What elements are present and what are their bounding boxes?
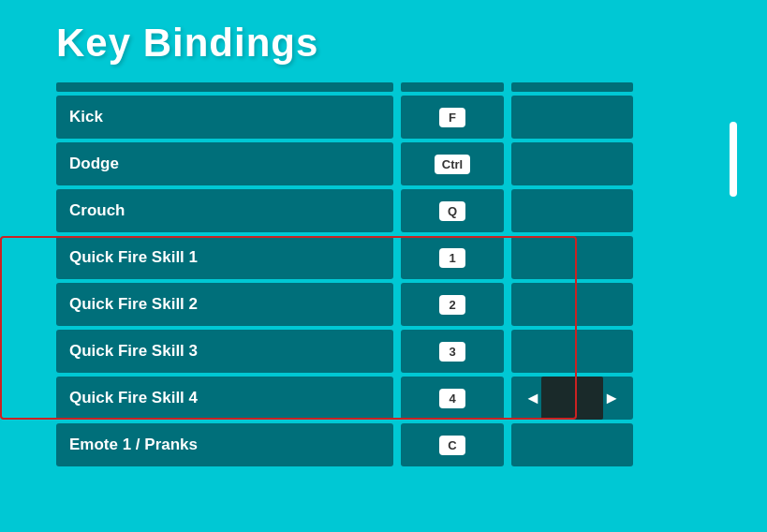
scrollbar-track[interactable]	[730, 103, 737, 403]
row-key-4[interactable]: 2	[401, 283, 504, 326]
row-label-5: Quick Fire Skill 3	[56, 330, 393, 373]
row-key-2[interactable]: Q	[401, 189, 504, 232]
key-badge-2: Q	[439, 201, 465, 221]
row-label-6: Quick Fire Skill 4	[56, 377, 393, 420]
key-badge-1: Ctrl	[435, 155, 470, 174]
row-alt-0	[511, 96, 633, 139]
table-rows: KickFDodgeCtrlCrouchQQuick Fire Skill 11…	[56, 96, 711, 470]
key-badge-6: 4	[439, 389, 465, 408]
row-label-7: Emote 1 / Pranks	[56, 423, 393, 466]
nav-right-arrow[interactable]: ►	[603, 377, 620, 420]
key-badge-7: C	[439, 436, 465, 455]
col-header-action	[56, 82, 393, 92]
col-header-key	[401, 82, 504, 92]
row-label-3: Quick Fire Skill 1	[56, 236, 393, 279]
row-key-1[interactable]: Ctrl	[401, 142, 504, 185]
row-key-5[interactable]: 3	[401, 330, 504, 373]
row-alt-3	[511, 236, 633, 279]
key-badge-5: 3	[439, 342, 465, 362]
row-key-7[interactable]: C	[401, 423, 504, 466]
row-alt-1	[511, 142, 633, 185]
table-headers	[56, 82, 711, 96]
key-badge-4: 2	[439, 295, 465, 315]
row-alt-5	[511, 330, 633, 373]
nav-left-arrow[interactable]: ◄	[524, 377, 541, 420]
row-key-0[interactable]: F	[401, 96, 504, 139]
row-key-3[interactable]: 1	[401, 236, 504, 279]
row-label-2: Crouch	[56, 189, 393, 232]
row-key-6[interactable]: 4	[401, 377, 504, 420]
row-alt-7	[511, 423, 633, 466]
row-label-0: Kick	[56, 96, 393, 139]
row-label-4: Quick Fire Skill 2	[56, 283, 393, 326]
row-alt-6[interactable]: ◄►	[511, 377, 633, 420]
row-alt-2	[511, 189, 633, 232]
key-badge-0: F	[439, 108, 465, 127]
row-alt-4	[511, 283, 633, 326]
page-title: Key Bindings	[0, 0, 767, 82]
key-badge-3: 1	[439, 248, 465, 268]
nav-display-box	[541, 377, 603, 420]
col-header-alt	[511, 82, 633, 92]
row-label-1: Dodge	[56, 142, 393, 185]
keybindings-table: KickFDodgeCtrlCrouchQQuick Fire Skill 11…	[0, 82, 767, 470]
scrollbar-thumb[interactable]	[730, 122, 737, 197]
